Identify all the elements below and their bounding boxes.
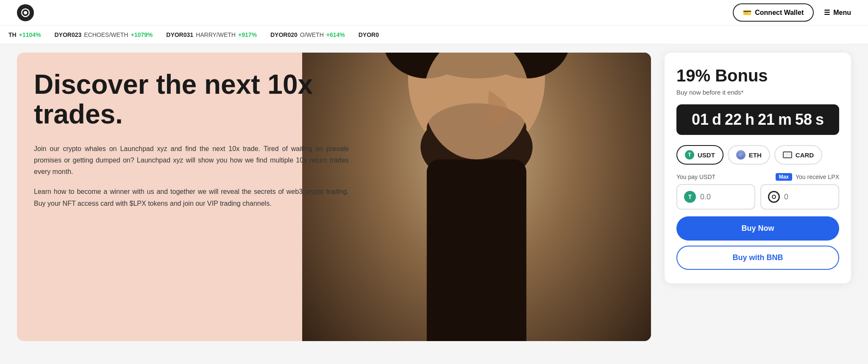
hero-desc-1: Join our crypto whales on Launchpad xyz … bbox=[34, 143, 349, 178]
ticker-label-4: DYOR020 bbox=[270, 31, 298, 38]
ticker-pair-2: ECHOES/WETH bbox=[84, 31, 128, 38]
receive-input-field bbox=[760, 184, 839, 210]
hero-title: Discover the next 10x trades. bbox=[34, 70, 349, 129]
ticker-pair-3: HARRY/WETH bbox=[196, 31, 236, 38]
tab-card-label: CARD bbox=[796, 151, 814, 159]
lpx-input-icon bbox=[768, 191, 780, 203]
card-icon bbox=[783, 151, 792, 158]
countdown-timer: 01 d 22 h 21 m 58 s bbox=[676, 104, 839, 135]
svg-rect-11 bbox=[427, 160, 526, 341]
ticker-item-2: DYOR023 ECHOES/WETH +1079% bbox=[54, 31, 153, 38]
timer-seconds-label: s bbox=[815, 112, 824, 127]
connect-wallet-label: Connect Wallet bbox=[755, 9, 804, 17]
tab-eth[interactable]: ETH bbox=[728, 145, 770, 165]
pay-input[interactable] bbox=[700, 193, 748, 202]
ticker-bar: TH +1104% DYOR023 ECHOES/WETH +1079% DYO… bbox=[0, 25, 868, 44]
hero-section: Discover the next 10x trades. Join our c… bbox=[17, 53, 651, 341]
ticker-inner: TH +1104% DYOR023 ECHOES/WETH +1079% DYO… bbox=[0, 31, 387, 38]
tab-eth-label: ETH bbox=[749, 151, 762, 159]
wallet-icon: 💳 bbox=[743, 8, 751, 17]
menu-label: Menu bbox=[833, 9, 851, 17]
timer-days: 01 bbox=[692, 112, 709, 127]
timer-days-label: d bbox=[712, 112, 721, 127]
timer-seconds: 58 bbox=[795, 112, 812, 127]
timer-hours-label: h bbox=[745, 112, 754, 127]
usdt-icon: T bbox=[685, 150, 694, 160]
inputs-row: T bbox=[676, 184, 839, 210]
ticker-label-3: DYOR031 bbox=[166, 31, 193, 38]
buy-now-button[interactable]: Buy Now bbox=[676, 216, 839, 241]
connect-wallet-button[interactable]: 💳 Connect Wallet bbox=[733, 3, 814, 22]
header: 💳 Connect Wallet ☰ Menu bbox=[0, 0, 868, 25]
header-right: 💳 Connect Wallet ☰ Menu bbox=[733, 3, 851, 22]
ticker-pct-1: +1104% bbox=[19, 31, 41, 38]
receive-label: You receive LPX bbox=[796, 174, 839, 180]
usdt-input-icon: T bbox=[684, 191, 696, 203]
receive-input[interactable] bbox=[784, 193, 832, 202]
hero-content: Discover the next 10x trades. Join our c… bbox=[17, 53, 366, 235]
ticker-pct-2: +1079% bbox=[131, 31, 153, 38]
main-container: Discover the next 10x trades. Join our c… bbox=[0, 44, 868, 350]
menu-button[interactable]: ☰ Menu bbox=[824, 8, 851, 17]
ticker-item-5: DYOR0 bbox=[359, 31, 379, 38]
ticker-label-5: DYOR0 bbox=[359, 31, 379, 38]
timer-hours-value: 22 bbox=[725, 112, 742, 127]
logo-icon bbox=[17, 4, 34, 21]
tab-usdt-label: USDT bbox=[698, 151, 715, 159]
hero-desc-2: Learn how to become a winner with us and… bbox=[34, 186, 349, 209]
tab-card[interactable]: CARD bbox=[774, 145, 822, 165]
bonus-title: 19% Bonus bbox=[676, 66, 839, 85]
timer-seconds-value: 58 bbox=[795, 112, 812, 127]
ticker-item-4: DYOR020 O/WETH +614% bbox=[270, 31, 345, 38]
svg-point-1 bbox=[24, 11, 27, 14]
ticker-label-1: TH bbox=[8, 31, 17, 38]
timer-minutes-value: 21 bbox=[758, 112, 775, 127]
timer-days-value: 01 bbox=[692, 112, 709, 127]
ticker-pct-4: +614% bbox=[326, 31, 345, 38]
bonus-subtitle: Buy now before it ends* bbox=[676, 89, 839, 96]
menu-icon: ☰ bbox=[824, 8, 830, 17]
pay-input-field: T bbox=[676, 184, 755, 210]
ticker-pair-4: O/WETH bbox=[300, 31, 324, 38]
input-labels-row: You pay USDT Max You receive LPX bbox=[676, 173, 839, 181]
timer-minutes: 21 bbox=[758, 112, 775, 127]
ticker-label-2: DYOR023 bbox=[54, 31, 81, 38]
timer-hours: 22 bbox=[725, 112, 742, 127]
eth-icon bbox=[736, 150, 746, 160]
ticker-item-1: TH +1104% bbox=[8, 31, 41, 38]
pay-label: You pay USDT bbox=[676, 174, 715, 180]
timer-minutes-label: m bbox=[778, 112, 792, 127]
tab-usdt[interactable]: T USDT bbox=[676, 145, 723, 165]
payment-tabs: T USDT ETH CARD bbox=[676, 145, 839, 165]
right-panel: 19% Bonus Buy now before it ends* 01 d 2… bbox=[665, 53, 851, 283]
max-button[interactable]: Max bbox=[776, 173, 792, 181]
ticker-item-3: DYOR031 HARRY/WETH +917% bbox=[166, 31, 257, 38]
ticker-pct-3: +917% bbox=[238, 31, 257, 38]
buy-bnb-button[interactable]: Buy with BNB bbox=[676, 246, 839, 270]
logo-area bbox=[17, 4, 34, 21]
